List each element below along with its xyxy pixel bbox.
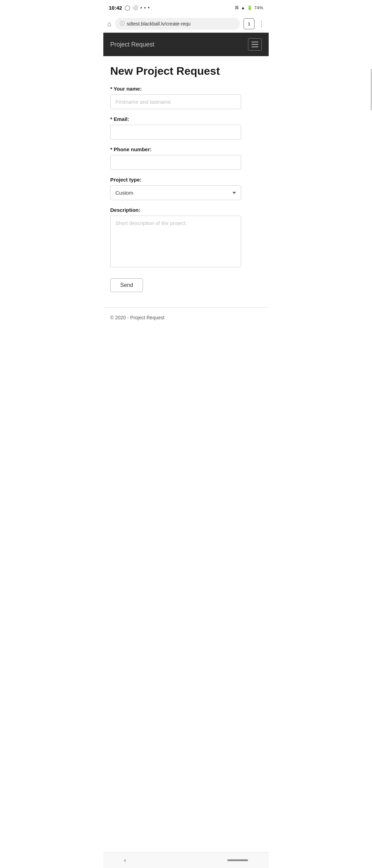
home-pill[interactable] bbox=[227, 859, 248, 861]
footer: © 2020 - Project Request bbox=[103, 307, 269, 331]
battery-level: 74% bbox=[254, 5, 263, 10]
dot-icon: • bbox=[148, 5, 149, 10]
email-label: * Email: bbox=[110, 116, 262, 122]
status-time: 10:42 bbox=[109, 5, 122, 11]
browser-home-icon[interactable]: ⌂ bbox=[107, 20, 112, 28]
phone-field-group: * Phone number: bbox=[110, 146, 262, 170]
project-type-select[interactable]: Custom Website Mobile App Other bbox=[110, 185, 241, 200]
tab-button[interactable]: 1 bbox=[244, 18, 255, 29]
send-button[interactable]: Send bbox=[110, 278, 143, 292]
name-field-group: * Your name: bbox=[110, 86, 262, 109]
url-bar[interactable]: ⓘ sdtest.blackball.lv/create-requ bbox=[115, 18, 240, 30]
email-input[interactable] bbox=[110, 125, 241, 140]
url-text: sdtest.blackball.lv/create-requ bbox=[127, 21, 190, 27]
project-type-label: Project type: bbox=[110, 177, 262, 183]
phone-input[interactable] bbox=[110, 155, 241, 170]
phone-label: * Phone number: bbox=[110, 146, 262, 152]
page-title: New Project Request bbox=[110, 64, 262, 78]
status-bar: 10:42 ◯ ⚪ ▪ ▪ • ⌘ ▲ 🔋 74% bbox=[103, 0, 269, 15]
name-input[interactable] bbox=[110, 94, 241, 109]
bottom-nav: ‹ bbox=[103, 852, 269, 868]
email-field-group: * Email: bbox=[110, 116, 262, 140]
status-bar-left: 10:42 ◯ ⚪ ▪ ▪ • bbox=[109, 5, 149, 11]
menu-line-2 bbox=[251, 44, 258, 45]
back-button[interactable]: ‹ bbox=[124, 857, 126, 864]
battery-icon: 🔋 bbox=[247, 5, 252, 10]
description-field-group: Description: bbox=[110, 207, 262, 269]
browser-bar: ⌂ ⓘ sdtest.blackball.lv/create-requ 1 ⋮ bbox=[103, 15, 269, 33]
status-icons: ◯ ⚪ ▪ ▪ • bbox=[125, 5, 149, 10]
empty-area bbox=[103, 331, 269, 434]
info-icon: ⓘ bbox=[120, 21, 125, 27]
description-label: Description: bbox=[110, 207, 262, 213]
app-header: Project Request bbox=[103, 33, 269, 56]
wifi-icon: ⌘ bbox=[235, 5, 239, 10]
app-icon-1: ▪ bbox=[140, 5, 142, 10]
signal-icon: ▲ bbox=[241, 5, 245, 10]
main-content: New Project Request * Your name: * Email… bbox=[103, 56, 269, 300]
facebook-icon: ◯ bbox=[125, 5, 130, 10]
status-bar-right: ⌘ ▲ 🔋 74% bbox=[235, 5, 263, 10]
footer-text: © 2020 - Project Request bbox=[110, 315, 164, 320]
project-type-field-group: Project type: Custom Website Mobile App … bbox=[110, 177, 262, 200]
menu-line-1 bbox=[251, 42, 258, 42]
more-icon[interactable]: ⋮ bbox=[258, 20, 265, 28]
app-icon-2: ▪ bbox=[144, 5, 146, 10]
description-textarea[interactable] bbox=[110, 216, 241, 267]
name-label: * Your name: bbox=[110, 86, 262, 92]
menu-line-3 bbox=[251, 46, 258, 47]
app-header-title: Project Request bbox=[110, 41, 154, 48]
menu-button[interactable] bbox=[248, 38, 262, 51]
soccer-icon: ⚪ bbox=[132, 5, 138, 10]
